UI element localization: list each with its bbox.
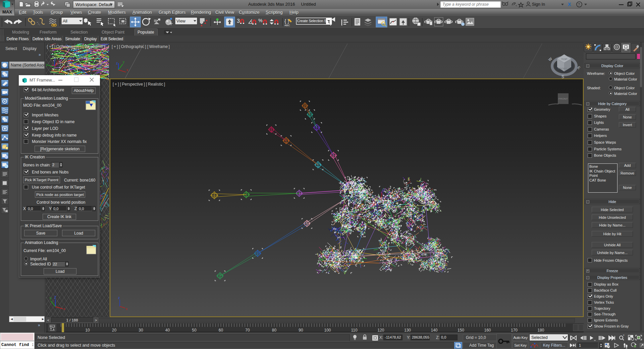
- svg-text:y: y: [46, 62, 48, 66]
- svg-text:20: 20: [112, 328, 117, 333]
- svg-text:Y: Y: [49, 297, 52, 301]
- svg-text:?: ?: [578, 2, 580, 6]
- svg-text:ABC: ABC: [284, 24, 290, 27]
- svg-text:Z: Z: [54, 295, 56, 299]
- svg-text:130: 130: [404, 328, 411, 333]
- svg-text:All: All: [63, 19, 67, 23]
- svg-text:x: x: [57, 59, 59, 63]
- svg-text:View: View: [176, 19, 186, 23]
- svg-text:Sign In: Sign In: [532, 2, 545, 7]
- svg-text:60: 60: [219, 328, 223, 333]
- svg-text:z: z: [116, 61, 118, 65]
- svg-text:z: z: [54, 57, 56, 61]
- svg-text:W: W: [547, 56, 553, 62]
- svg-text:80: 80: [272, 328, 277, 333]
- svg-text:FRONT: FRONT: [558, 67, 567, 70]
- svg-text:z: z: [118, 296, 120, 300]
- svg-text:110: 110: [351, 328, 357, 333]
- svg-text:70: 70: [245, 328, 250, 333]
- svg-text:MAX: MAX: [2, 9, 12, 14]
- svg-text:%: %: [258, 18, 262, 23]
- svg-text:Create Selection Se: Create Selection Se: [297, 19, 329, 23]
- svg-text:30: 30: [139, 328, 143, 333]
- svg-text:100: 100: [324, 328, 331, 333]
- svg-text:x: x: [126, 307, 127, 311]
- svg-text:x: x: [63, 307, 65, 311]
- svg-text:90: 90: [299, 328, 303, 333]
- svg-text:TOP: TOP: [561, 58, 567, 60]
- svg-text:50: 50: [192, 328, 197, 333]
- svg-text:180: 180: [537, 328, 544, 333]
- svg-text:x: x: [126, 68, 128, 72]
- svg-text:{ }: { }: [284, 18, 289, 24]
- svg-text:40: 40: [165, 328, 170, 333]
- svg-text:Type a keyword or phrase: Type a keyword or phrase: [442, 2, 489, 7]
- svg-text:3: 3: [237, 18, 240, 24]
- svg-text:X: X: [568, 2, 571, 7]
- svg-text:y: y: [123, 60, 124, 64]
- svg-text:170: 170: [511, 328, 518, 333]
- svg-text:10: 10: [85, 328, 90, 333]
- svg-text:140: 140: [431, 328, 437, 333]
- svg-text:+: +: [623, 334, 625, 337]
- svg-text:120: 120: [377, 328, 384, 333]
- svg-text:Workspace: Default: Workspace: Default: [75, 2, 112, 7]
- svg-text:160: 160: [484, 328, 491, 333]
- svg-text:150: 150: [458, 328, 464, 333]
